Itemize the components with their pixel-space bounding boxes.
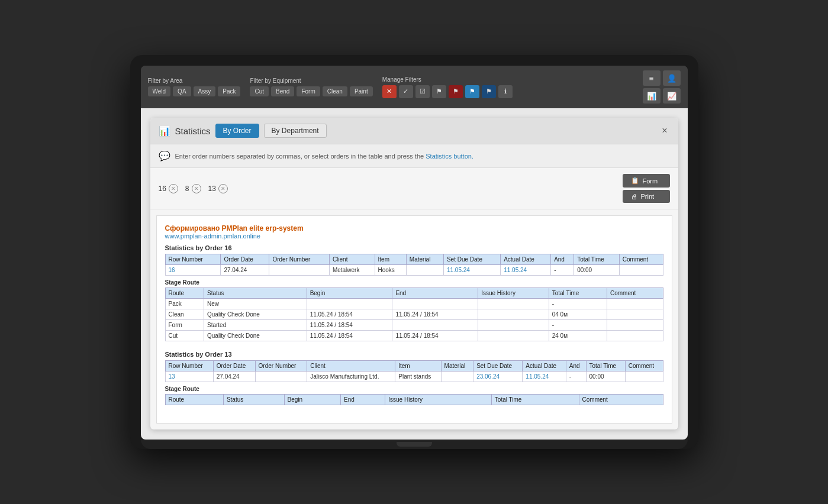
stage-total-cut: 24 0м — [549, 331, 607, 341]
badge-num-13: 13 — [208, 185, 216, 193]
stage16-row-cut: Cut Quality Check Done 11.05.24 / 18:54 … — [165, 331, 663, 341]
col13-row-number: Row Number — [165, 361, 213, 371]
mf-flag-dark-btn[interactable]: ⚑ — [482, 85, 496, 98]
stage-comment-form — [607, 320, 663, 331]
right-icons-row1: ≡ 👤 — [643, 70, 681, 86]
stage13-header-row: Route Status Begin End Issue History Tot… — [165, 395, 663, 405]
filter-equip-form[interactable]: Form — [297, 86, 320, 96]
stage-end-clean: 11.05.24 / 18:54 — [392, 309, 478, 320]
order13-data-row: 13 27.04.24 Jalisco Manufacturing Ltd. P… — [165, 371, 663, 382]
stage16-row-form: Form Started 11.05.24 / 18:54 - — [165, 320, 663, 331]
filter-area-assy[interactable]: Assy — [194, 86, 216, 96]
stage-col-begin: Begin — [307, 288, 392, 299]
mf-check-btn[interactable]: ✓ — [399, 85, 413, 98]
brand-name: Сформировано PMPlan elite erp-system — [165, 224, 663, 232]
stage-comment-pack — [607, 299, 663, 309]
mf-info-btn[interactable]: ℹ — [498, 85, 513, 98]
filter-area-pack[interactable]: Pack — [218, 86, 240, 96]
order-badge-8: 8 ✕ — [185, 184, 201, 193]
filter-equip-paint[interactable]: Paint — [350, 86, 373, 96]
mf-flag-blue-btn[interactable]: ⚑ — [465, 85, 479, 98]
cell-row-16: 16 — [165, 265, 221, 276]
badge-icon-13[interactable]: ✕ — [218, 184, 228, 193]
stage-route-form: Form — [165, 320, 204, 331]
filter-equip-group: Filter by Equipment Cut Bend Form Clean … — [250, 77, 372, 96]
report-area[interactable]: Сформировано PMPlan elite erp-system www… — [156, 215, 672, 424]
print-button[interactable]: 🖨 Print — [623, 190, 670, 203]
form-button[interactable]: 📋 Form — [623, 174, 670, 188]
col-set-due: Set Due Date — [443, 254, 500, 265]
col-actual-date: Actual Date — [501, 254, 551, 265]
cell-and-16: - — [551, 265, 574, 276]
col13-and: And — [566, 361, 586, 371]
form-label: Form — [643, 177, 658, 185]
stage-status-form: Started — [204, 320, 307, 331]
col-row-number: Row Number — [165, 254, 221, 265]
section1-title: Statistics by Order 16 — [165, 244, 663, 251]
stage-total-clean: 04 0м — [549, 309, 607, 320]
order13-table: Row Number Order Date Order Number Clien… — [165, 360, 663, 382]
info-icon: 💬 — [159, 150, 170, 161]
chart-bar-btn[interactable]: 📊 — [643, 88, 661, 104]
mf-clear-btn[interactable]: ✕ — [382, 85, 397, 98]
stage-comment-cut — [607, 331, 663, 341]
stage-route-16-table: Route Status Begin End Issue History Tot… — [165, 287, 663, 341]
cell-and-13: - — [566, 371, 586, 382]
cell-item-13: Plant stands — [395, 371, 441, 382]
stage-end-cut: 11.05.24 / 18:54 — [392, 331, 478, 341]
filter-equip-buttons: Cut Bend Form Clean Paint — [250, 86, 372, 96]
mf-flag-red-btn[interactable]: ⚑ — [449, 85, 463, 98]
mf-flag-btn[interactable]: ⚑ — [432, 85, 446, 98]
stage13-col-end: End — [341, 395, 385, 405]
stage-end-form — [392, 320, 478, 331]
stage-col-end: End — [392, 288, 478, 299]
filter-area-buttons: Weld QA Assy Pack — [148, 86, 241, 96]
stage13-col-begin: Begin — [284, 395, 340, 405]
user-icon-btn[interactable]: 👤 — [663, 70, 681, 86]
filter-area-qa[interactable]: QA — [173, 86, 191, 96]
manage-filter-buttons: ✕ ✓ ☑ ⚑ ⚑ ⚑ ⚑ ℹ — [382, 85, 513, 98]
order16-header-row: Row Number Order Date Order Number Clien… — [165, 254, 663, 265]
toolbar-area: 16 ✕ 8 ✕ 13 ✕ 📋 — [150, 168, 678, 209]
cell-setdue-16: 11.05.24 — [443, 265, 500, 276]
dialog-header: 📊 Statistics By Order By Department × — [150, 118, 678, 144]
stage-issue-cut — [478, 331, 549, 341]
filter-area-weld[interactable]: Weld — [148, 86, 171, 96]
stage-issue-pack — [478, 299, 549, 309]
mf-check2-btn[interactable]: ☑ — [415, 85, 430, 98]
dialog-title: Statistics — [175, 126, 211, 136]
col13-item: Item — [395, 361, 441, 371]
close-button[interactable]: × — [659, 125, 669, 136]
cell-material-13 — [441, 371, 473, 382]
tab-by-order[interactable]: By Order — [215, 124, 259, 138]
col-total-time: Total Time — [574, 254, 620, 265]
filter-icon-btn[interactable]: ≡ — [643, 70, 661, 86]
filter-equip-clean[interactable]: Clean — [323, 86, 347, 96]
stage-route-title-13: Stage Route — [165, 386, 663, 392]
cell-material-16 — [406, 265, 443, 276]
stage-issue-form — [478, 320, 549, 331]
info-bar: 💬 Enter order numbers separated by comma… — [150, 144, 678, 168]
manage-filters-label: Manage Filters — [382, 76, 513, 83]
order-badges: 16 ✕ 8 ✕ 13 ✕ — [159, 184, 228, 193]
badge-num-16: 16 — [159, 185, 166, 193]
badge-icon-16[interactable]: ✕ — [169, 184, 178, 193]
stage-col-issue: Issue History — [478, 288, 549, 299]
manage-filters-group: Manage Filters ✕ ✓ ☑ ⚑ ⚑ ⚑ ⚑ ℹ — [382, 76, 513, 98]
info-link[interactable]: Statistics button. — [426, 153, 473, 160]
chart-bar2-btn[interactable]: 📈 — [663, 88, 681, 104]
stage16-row-clean: Clean Quality Check Done 11.05.24 / 18:5… — [165, 309, 663, 320]
print-icon: 🖨 — [631, 193, 637, 200]
stage-comment-clean — [607, 309, 663, 320]
col-material: Material — [406, 254, 443, 265]
filter-equip-cut[interactable]: Cut — [250, 86, 269, 96]
tab-by-department[interactable]: By Department — [264, 124, 327, 138]
stage13-col-issue: Issue History — [385, 395, 492, 405]
col13-actual-date: Actual Date — [523, 361, 566, 371]
filter-equip-bend[interactable]: Bend — [271, 86, 294, 96]
col-order-number: Order Number — [269, 254, 329, 265]
badge-icon-8[interactable]: ✕ — [192, 184, 201, 193]
stage-end-pack — [392, 299, 478, 309]
report-brand: Сформировано PMPlan elite erp-system www… — [165, 224, 663, 240]
info-text-main: Enter order numbers separated by commas,… — [175, 153, 424, 160]
